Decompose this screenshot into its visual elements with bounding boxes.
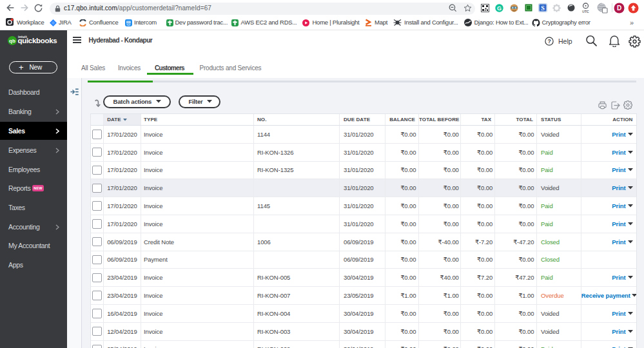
svg-text:D: D [617, 5, 621, 12]
svg-text:?: ? [547, 38, 551, 44]
svg-text:qb: qb [9, 38, 15, 44]
svg-text:S: S [541, 5, 545, 12]
svg-text:G: G [497, 5, 502, 11]
svg-text:UTC: UTC [582, 10, 589, 14]
